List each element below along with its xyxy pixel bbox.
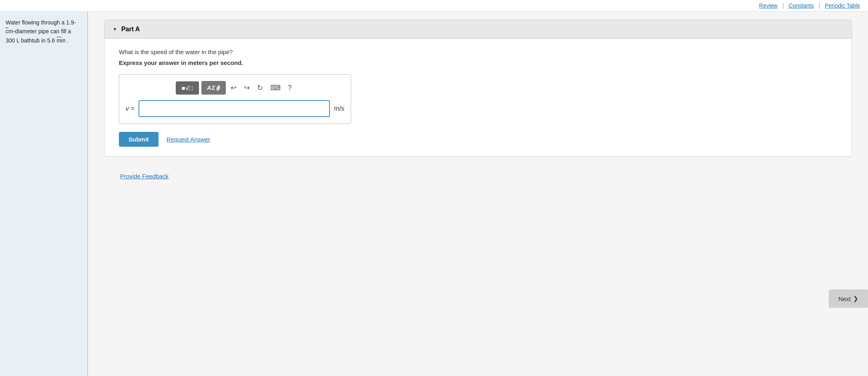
periodic-table-link[interactable]: Periodic Table (825, 2, 860, 9)
reset-button[interactable]: ↻ (255, 82, 265, 94)
separator-1: | (782, 2, 784, 9)
provide-feedback-link[interactable]: Provide Feedback (120, 173, 169, 180)
answer-box: ■√□ ΑΣϕ ↩ ↪ ↻ ⌨ ? v = m/s (119, 74, 351, 124)
undo-button[interactable]: ↩ (228, 82, 239, 94)
constants-link[interactable]: Constants (789, 2, 814, 9)
request-answer-button[interactable]: Request Answer (167, 136, 210, 143)
next-label: Next (838, 295, 851, 302)
math-template-button[interactable]: ■√□ (176, 81, 199, 95)
main-layout: Water flowing through a 1.9-cm-diameter … (0, 12, 868, 376)
collapse-chevron[interactable]: ▼ (113, 26, 117, 32)
input-row: v = m/s (126, 100, 344, 117)
action-row: Submit Request Answer (119, 132, 837, 147)
question-instruction: Express your answer in meters per second… (119, 59, 837, 66)
question-body: What is the speed of the water in the pi… (104, 39, 852, 156)
math-toolbar: ■√□ ΑΣϕ ↩ ↪ ↻ ⌨ ? (126, 81, 344, 95)
keyboard-button[interactable]: ⌨ (268, 82, 283, 94)
help-button[interactable]: ? (285, 82, 294, 94)
question-text: What is the speed of the water in the pi… (119, 49, 837, 55)
part-a-section: ▼ Part A What is the speed of the water … (104, 20, 852, 157)
unit-label: m/s (334, 105, 344, 112)
review-link[interactable]: Review (759, 2, 778, 9)
left-panel: Water flowing through a 1.9-cm-diameter … (0, 12, 88, 376)
part-a-label: Part A (121, 26, 140, 33)
part-a-header: ▼ Part A (104, 20, 852, 39)
footer-area: Provide Feedback (104, 165, 852, 188)
right-panel: ▼ Part A What is the speed of the water … (88, 12, 868, 376)
next-chevron-icon: ❯ (853, 295, 858, 302)
variable-label: v = (126, 105, 135, 112)
submit-button[interactable]: Submit (119, 132, 159, 147)
top-bar: Review | Constants | Periodic Table (0, 0, 868, 12)
redo-button[interactable]: ↪ (241, 82, 252, 94)
problem-text: Water flowing through a 1.9-cm-diameter … (6, 18, 82, 45)
answer-input[interactable] (139, 100, 330, 117)
greek-symbols-button[interactable]: ΑΣϕ (201, 81, 226, 95)
separator-2: | (819, 2, 820, 9)
next-button[interactable]: Next ❯ (829, 289, 868, 308)
